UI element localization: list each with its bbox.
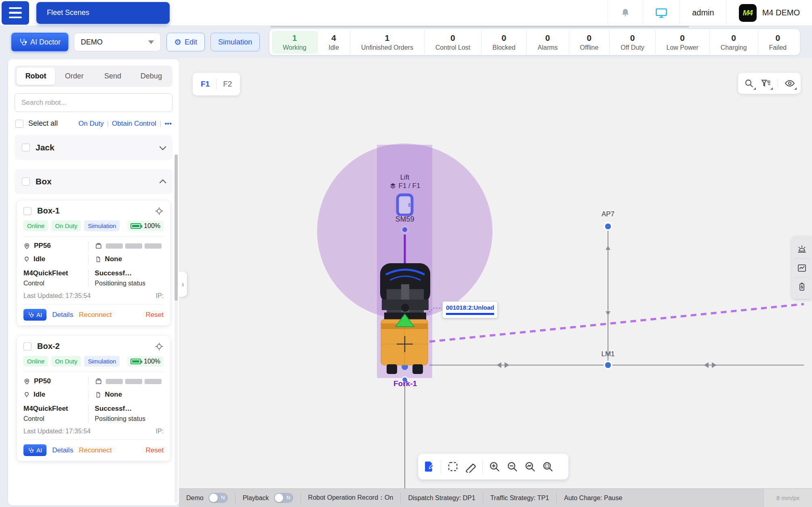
counter-alarms[interactable]: 0Alarms (526, 31, 569, 54)
status-badge: On Duty (51, 220, 81, 231)
alarm-panel-button[interactable] (793, 240, 810, 258)
sidebar-scrollbar (175, 154, 178, 503)
group-box[interactable]: Box (15, 169, 172, 194)
sidebar-collapse-handle[interactable]: ‹ (179, 272, 187, 297)
group-jack[interactable]: Jack (15, 135, 172, 160)
load-progress (106, 379, 162, 384)
gear-icon: ⚙ (174, 38, 181, 46)
tab-debug[interactable]: Debug (132, 68, 170, 85)
counter-unfinished-orders[interactable]: 1Unfinished Orders (350, 31, 424, 54)
node-lm1-dot[interactable] (604, 361, 612, 369)
more-button[interactable]: ••• (164, 120, 172, 128)
map-filter-button[interactable] (761, 78, 771, 89)
robot-checkbox[interactable] (23, 207, 32, 215)
stethoscope-icon (19, 38, 27, 46)
scene-select[interactable]: DEMO (74, 33, 161, 51)
counter-charging[interactable]: 0Charging (709, 31, 758, 54)
node-ap7-dot[interactable] (604, 223, 612, 230)
task-tooltip[interactable]: 001018:2:Unload (442, 301, 498, 318)
details-link[interactable]: Details (52, 446, 73, 454)
reset-link[interactable]: Reset (146, 446, 164, 454)
fleet-map[interactable]: F1 F2 Lift F1 / F1 (179, 58, 812, 507)
chevron-up-icon (160, 180, 166, 186)
package-icon (95, 242, 102, 249)
counter-working[interactable]: 1Working (272, 31, 317, 54)
monitor-button[interactable] (643, 0, 679, 26)
select-all-checkbox[interactable] (15, 120, 23, 128)
obtain-control-link[interactable]: Obtain Control (112, 120, 156, 128)
locate-button[interactable] (155, 342, 164, 351)
chevron-down-icon (148, 40, 154, 44)
bulb-icon (23, 256, 30, 263)
node-label-lm1: LM1 (590, 350, 626, 358)
zoom-out-button[interactable] (506, 461, 518, 473)
search-input[interactable] (15, 93, 172, 112)
top-header: Fleet Scenes admin M4 M4 DEMO (0, 0, 812, 26)
tab-send[interactable]: Send (94, 68, 132, 85)
bell-icon (620, 8, 631, 18)
floor-switcher: F1 F2 (193, 73, 240, 95)
demo-toggle[interactable]: N (208, 493, 228, 503)
counter-blocked[interactable]: 0Blocked (481, 31, 526, 54)
reset-link[interactable]: Reset (146, 311, 164, 319)
status-badge: Online (23, 220, 48, 231)
group-jack-checkbox[interactable] (22, 144, 30, 152)
sidebar-tabs: Robot Order Send Debug (15, 65, 172, 87)
reconnect-link[interactable]: Reconnect (79, 446, 111, 454)
reconnect-link[interactable]: Reconnect (79, 311, 111, 319)
tab-robot[interactable]: Robot (17, 68, 55, 85)
playback-toggle[interactable]: N (274, 493, 293, 503)
notification-button[interactable] (608, 0, 643, 26)
counter-off-duty[interactable]: 0Off Duty (609, 31, 655, 54)
ai-button[interactable]: AI (23, 444, 46, 456)
map-visibility-button[interactable] (785, 78, 795, 89)
node-sm59-dot[interactable] (402, 226, 408, 233)
map-edit-button[interactable] (423, 461, 435, 473)
robot-fork-1[interactable] (373, 261, 438, 382)
counter-failed[interactable]: 0Failed (758, 31, 797, 54)
map-tools (738, 73, 801, 94)
station-label-sm59: SM59 (377, 215, 433, 224)
edit-button[interactable]: ⚙ Edit (166, 33, 205, 51)
bulb-icon (23, 391, 30, 398)
location-pin-icon (23, 378, 30, 385)
sidebar-scrollbar-thumb[interactable] (175, 154, 178, 301)
status-badge: Online (23, 356, 48, 367)
robot-checkbox[interactable] (23, 342, 32, 351)
select-area-button[interactable] (447, 461, 459, 473)
ai-button[interactable]: AI (23, 309, 46, 321)
zoom-fit-button[interactable] (524, 461, 536, 473)
details-link[interactable]: Details (52, 311, 73, 319)
map-side-panel (792, 237, 812, 299)
zoom-region-button[interactable] (542, 461, 554, 473)
map-search-button[interactable] (744, 78, 754, 89)
measure-button[interactable] (465, 461, 477, 473)
node-label-ap7: AP7 (590, 210, 626, 218)
counter-offline[interactable]: 0Offline (569, 31, 610, 54)
status-counters: 1Working 4Idle 1Unfinished Orders 0Contr… (269, 29, 800, 55)
chevron-down-icon (160, 144, 166, 150)
tab-order[interactable]: Order (55, 68, 93, 85)
counter-control-lost[interactable]: 0Control Lost (424, 31, 481, 54)
monitor-icon (655, 8, 667, 18)
on-duty-link[interactable]: On Duty (78, 120, 103, 128)
locate-button[interactable] (155, 207, 164, 215)
lift-icon[interactable] (395, 193, 414, 216)
counter-idle[interactable]: 4Idle (317, 31, 350, 54)
battery-indicator: 100% (127, 356, 164, 367)
counter-low-power[interactable]: 0Low Power (655, 31, 709, 54)
ip-label: IP: (156, 292, 164, 300)
document-icon (95, 391, 101, 398)
floor-tab-f2[interactable]: F2 (223, 80, 232, 89)
floor-tab-f1[interactable]: F1 (201, 80, 210, 89)
ai-doctor-button[interactable]: AI Doctor (11, 33, 68, 51)
charge-panel-button[interactable] (793, 277, 810, 296)
zoom-in-button[interactable] (488, 461, 501, 473)
menu-button[interactable] (2, 1, 29, 25)
chart-panel-button[interactable] (793, 258, 810, 277)
robot-sidebar: Robot Order Send Debug Select all On Dut… (0, 58, 179, 507)
group-box-checkbox[interactable] (22, 177, 30, 186)
user-menu[interactable]: admin (679, 0, 726, 26)
simulation-button[interactable]: Simulation (210, 33, 260, 51)
page-tab-fleet-scenes[interactable]: Fleet Scenes (36, 2, 170, 24)
